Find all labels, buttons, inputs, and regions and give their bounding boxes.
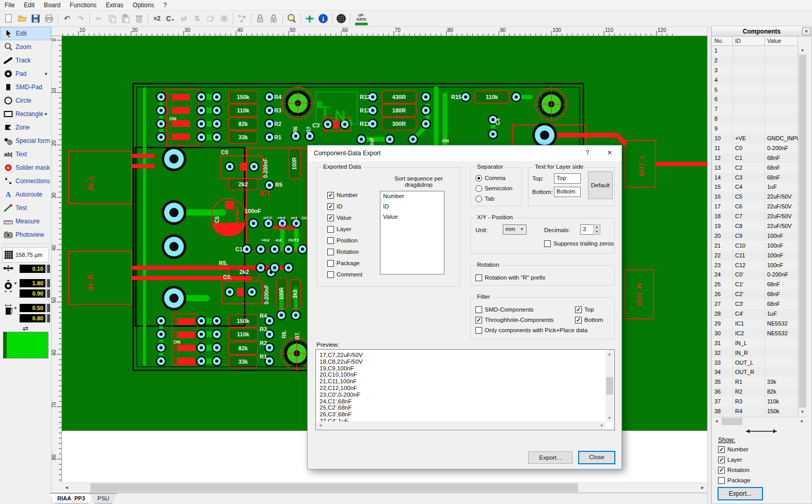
panel-resize-handle[interactable] [743,428,780,435]
column-header-id[interactable]: ID [733,37,765,46]
grid-size-button[interactable]: 158,75 µm [2,247,49,263]
table-row[interactable]: 5 [712,85,798,95]
table-row[interactable]: 38R4150k [712,407,798,416]
filter-throughhole-components[interactable]: ✓Throughhole-Components [475,316,587,324]
table-row[interactable]: 13C268nF [712,163,798,173]
scrollbar-thumb[interactable] [799,55,806,408]
mirror-horizontal-icon[interactable]: ⇄ [177,12,190,25]
chevron-down-icon[interactable]: ▼ [13,281,18,286]
table-row[interactable]: 14C368nF [712,173,798,183]
table-row[interactable]: 1 [712,46,798,56]
separator-option-comma[interactable]: Comma [475,174,513,182]
sidebar-item-rectangle[interactable]: Rectangle▼ [0,107,51,121]
components-vertical-scrollbar[interactable]: ▲ ▼ [798,46,806,417]
value-drag-handle[interactable] [46,314,50,322]
preview-horizontal-scrollbar[interactable]: ◄ ► [316,421,606,429]
spin-up-icon[interactable]: ▲ [594,225,600,230]
table-row[interactable]: 23C12100nF [712,261,798,270]
sidebar-item-zone[interactable]: Zone [0,121,51,134]
filter-top[interactable]: ✓Top [575,305,603,314]
canvas-horizontal-scrollbar[interactable]: ◄ ► [62,482,707,493]
spin-down-icon[interactable]: ▼ [594,230,600,234]
table-row[interactable]: 24C0'0-200nF [712,270,798,280]
sidebar-item-connections[interactable]: Connections [0,174,51,188]
exported-data-package[interactable]: Package [327,259,362,267]
search-icon[interactable] [285,12,298,25]
preview-box[interactable]: 17,C7,22uF/50V 18,C8,22uF/50V 19,C9,100n… [315,349,615,430]
value-drag-handle[interactable] [46,265,50,273]
smd-height-field[interactable]: 0.80 [20,314,45,322]
dialog-title-bar[interactable]: Component-Data Export [308,145,622,161]
table-row[interactable]: 27C3'68nF [712,299,798,309]
dialog-help-button[interactable]: ? [583,149,592,157]
scroll-right-arrow[interactable]: ► [698,483,707,492]
scrollbar-thumb[interactable] [606,377,613,395]
scroll-up-arrow[interactable]: ▲ [799,46,806,54]
exported-data-value[interactable]: ✓Value [327,214,362,222]
delete-icon[interactable] [132,12,146,25]
table-row[interactable]: 22C11100nF [712,251,798,261]
scroll-left-arrow[interactable]: ◄ [62,483,71,492]
save-icon[interactable] [29,12,42,25]
scroll-left-arrow[interactable]: ◄ [316,421,324,429]
scroll-down-arrow[interactable]: ▼ [799,408,806,416]
unit-select[interactable]: mm▼ [503,224,527,235]
sidebar-item-text[interactable]: ab|Text [0,148,51,161]
value-drag-handle[interactable] [46,279,50,287]
sidebar-item-special-form[interactable]: Special form [0,134,51,148]
table-row[interactable]: 25C1'68nF [712,280,798,289]
table-row[interactable]: 31IN_L [712,338,798,348]
table-row[interactable]: 9 [712,124,798,134]
table-row[interactable]: 29IC1NE5532 [712,319,798,329]
sidebar-item-smd-pad[interactable]: SMD-Pad [0,80,51,94]
send-to-layer-icon[interactable] [204,12,217,25]
open-icon[interactable] [15,12,29,25]
grid-dots-icon[interactable] [335,12,348,25]
rotate-icon[interactable]: C▼ [164,12,177,25]
sidebar-item-circle[interactable]: Circle [0,94,51,107]
decimals-spinner[interactable]: ▲▼ [593,224,600,235]
table-row[interactable]: 8 [712,114,798,124]
close-button[interactable]: Close [579,451,615,464]
export-button[interactable]: Export... [528,451,572,464]
sidebar-item-edit[interactable]: Edit [0,27,51,40]
table-row[interactable]: 7 [712,104,798,114]
sidebar-item-measure[interactable]: Measure [0,215,51,228]
suppress-trailing-zeros-checkbox[interactable]: Suppress trailing zeros [544,239,614,248]
column-header-no[interactable]: No. [712,37,733,46]
components-horizontal-scrollbar[interactable]: ◄ ► [712,417,806,425]
dialog-close-icon[interactable]: ✕ [604,149,615,157]
board-tab-psu[interactable]: PSU [90,493,117,503]
show-option-number[interactable]: ✓Number [718,445,753,453]
table-row[interactable]: 32IN_R [712,348,798,358]
table-row[interactable]: 21C10100nF [712,241,798,251]
menu-item-board[interactable]: Board [39,1,65,10]
value-drag-handle[interactable] [46,289,50,298]
paste-icon[interactable] [119,12,132,25]
lock-plus-icon[interactable] [267,12,280,25]
default-button[interactable]: Default [588,171,613,199]
table-row[interactable]: 16C522uF/50V [712,192,798,202]
table-row[interactable]: 6 [712,94,798,104]
table-row[interactable]: 37R3110k [712,397,798,407]
menu-item-options[interactable]: Options [128,1,158,10]
decimals-input[interactable]: 3 [580,224,594,235]
top-text-input[interactable]: Top [554,173,581,184]
show-option-layer[interactable]: ✓Layer [718,456,753,464]
scroll-left-arrow[interactable]: ◄ [712,417,721,425]
sidebar-item-autoroute[interactable]: AAutoroute [0,188,51,201]
swap-values-icon[interactable]: ⇄ [0,324,51,332]
preview-vertical-scrollbar[interactable]: ▲ ▼ [606,350,614,422]
connections-mode-icon[interactable] [235,12,249,25]
menu-item-extras[interactable]: Extras [101,1,128,10]
table-row[interactable]: 36R282k [712,387,798,397]
menu-item-help[interactable]: ? [158,1,171,10]
chevron-down-icon[interactable]: ▼ [44,72,48,76]
filter-only-components-with-pick-place-data[interactable]: Only components with Pick+Place data [475,326,587,334]
value-drag-handle[interactable] [46,304,50,312]
table-row[interactable]: 17C622uF/50V [712,202,798,212]
scroll-right-arrow[interactable]: ► [798,417,806,425]
duplicate-x2-icon[interactable]: ×2 [150,12,164,25]
sidebar-item-zoom[interactable]: Zoom [0,40,51,54]
lock-icon[interactable] [253,12,267,25]
